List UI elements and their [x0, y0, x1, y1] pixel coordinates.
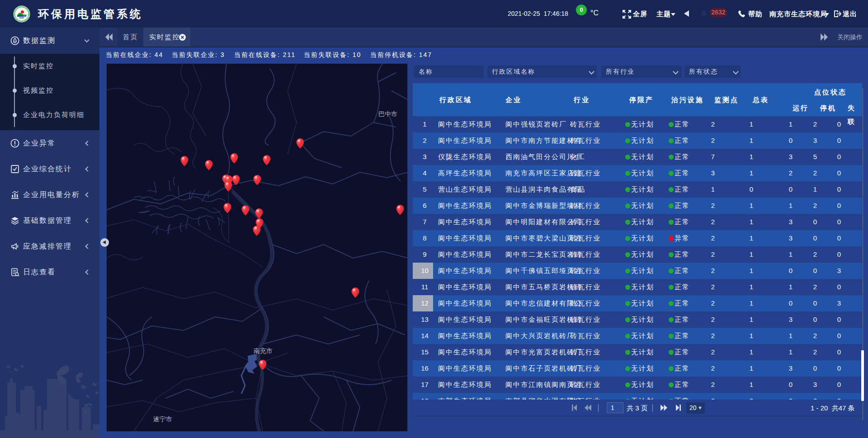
svg-text:巴中市: 巴中市	[378, 110, 397, 118]
svg-text:遂宁市: 遂宁市	[153, 415, 172, 423]
svg-text:南充市: 南充市	[254, 347, 273, 354]
